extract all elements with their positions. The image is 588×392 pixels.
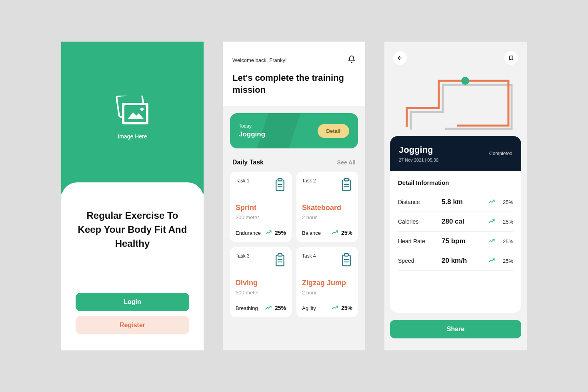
trend-up-icon [488,257,495,264]
task-name: Skateboard [302,204,352,212]
task-card[interactable]: Task 1 Sprint 200 meter Endurance 25% [230,172,292,242]
task-card[interactable]: Task 4 Zigzag Jump 2 hour Agility 25% [296,247,358,317]
task-subtitle: 300 meter [236,290,286,296]
task-metric-label: Agility [302,305,328,311]
svg-rect-4 [276,180,284,191]
trend-up-icon [265,229,272,236]
task-percent: 25% [341,230,352,236]
task-number: Task 1 [236,178,250,184]
stat-percent: 25% [497,199,513,205]
bookmark-icon [508,55,514,61]
task-grid: Task 1 Sprint 200 meter Endurance 25% Ta… [230,172,358,317]
task-name: Zigzag Jump [302,279,352,287]
svg-point-3 [140,108,144,111]
task-number: Task 3 [236,253,250,259]
stat-row: Distance 5.8 km 25% [398,192,513,212]
task-name: Sprint [236,204,286,212]
trend-up-icon [332,229,338,236]
task-percent: 25% [275,230,286,236]
image-placeholder-label: Image Here [118,133,147,140]
detail-header: Jogging 27 Nov 2021 | 05.30 Completed [390,136,521,171]
stat-value: 20 km/h [442,257,486,265]
svg-point-21 [461,77,469,85]
task-subtitle: 2 hour [302,214,352,220]
detail-status: Completed [489,151,512,156]
detail-info-title: Detail Information [398,179,513,186]
stat-value: 75 bpm [442,237,486,245]
today-card[interactable]: Today Jogging Detail [230,113,358,148]
detail-card: Jogging 27 Nov 2021 | 05.30 Completed De… [390,136,521,313]
task-percent: 25% [275,305,286,311]
stat-label: Calories [398,218,439,225]
stat-label: Distance [398,199,439,205]
arrow-left-icon [397,55,403,61]
svg-rect-9 [344,179,348,181]
home-screen: Welcome back, Franky! Let's complete the… [223,42,365,350]
detail-screen: Jogging 27 Nov 2021 | 05.30 Completed De… [384,42,527,350]
task-subtitle: 200 meter [236,214,286,220]
trend-up-icon [488,218,495,225]
stat-value: 280 cal [442,218,486,226]
hero-area: Image Here [61,42,204,194]
detail-date: 27 Nov 2021 | 05.30 [399,158,438,162]
task-subtitle: 2 hour [302,290,352,296]
task-percent: 25% [341,305,352,311]
stats-list: Distance 5.8 km 25% Calories 280 cal 25%… [398,192,513,271]
svg-rect-2 [124,105,146,122]
see-all-link[interactable]: See All [337,159,356,166]
task-metric-label: Breathing [236,305,262,311]
clipboard-icon [274,253,286,268]
stat-percent: 25% [497,238,513,244]
task-card[interactable]: Task 2 Skateboard 2 hour Balance 25% [296,172,358,242]
stat-label: Speed [398,258,439,264]
task-number: Task 2 [302,178,316,184]
onboarding-content: Regular Exercise To Keep Your Body Fit A… [61,182,204,350]
stat-percent: 25% [497,258,513,264]
clipboard-icon [340,178,352,193]
welcome-text: Welcome back, Franky! [232,57,287,63]
detail-activity-name: Jogging [399,145,438,155]
clipboard-icon [274,178,286,193]
clipboard-icon [340,253,352,268]
svg-rect-8 [342,180,350,191]
trend-up-icon [265,304,272,312]
svg-rect-12 [276,255,284,266]
task-name: Diving [236,279,286,287]
today-activity: Jogging [239,130,265,138]
trend-up-icon [488,198,495,206]
svg-rect-16 [342,255,350,266]
bookmark-button[interactable] [504,51,518,65]
route-map [393,68,518,136]
task-metric-label: Balance [302,230,328,236]
back-button[interactable] [393,51,407,65]
stat-row: Heart Rate 75 bpm 25% [398,232,513,251]
stat-percent: 25% [497,219,513,225]
share-button[interactable]: Share [390,320,521,338]
task-number: Task 4 [302,253,316,259]
bell-icon[interactable] [348,55,356,65]
stat-row: Calories 280 cal 25% [398,212,513,232]
onboarding-screen: Image Here Regular Exercise To Keep Your… [61,42,204,350]
stat-label: Heart Rate [398,238,439,244]
trend-up-icon [332,304,338,312]
stat-row: Speed 20 km/h 25% [398,251,513,271]
today-label: Today [239,123,265,129]
home-header: Welcome back, Franky! Let's complete the… [223,42,365,106]
today-detail-button[interactable]: Detail [318,124,349,138]
image-placeholder-icon [114,96,151,128]
svg-rect-13 [278,254,282,256]
svg-rect-17 [344,254,348,256]
daily-task-title: Daily Task [232,159,264,166]
login-button[interactable]: Login [76,293,189,311]
onboarding-headline: Regular Exercise To Keep Your Body Fit A… [76,209,189,250]
trend-up-icon [488,238,495,245]
stat-value: 5.8 km [442,198,486,206]
task-metric-label: Endurance [236,230,262,236]
svg-rect-5 [278,179,282,181]
task-card[interactable]: Task 3 Diving 300 meter Breathing 25% [230,247,292,317]
home-title: Let's complete the training mission [232,72,356,96]
register-button[interactable]: Register [76,316,189,334]
